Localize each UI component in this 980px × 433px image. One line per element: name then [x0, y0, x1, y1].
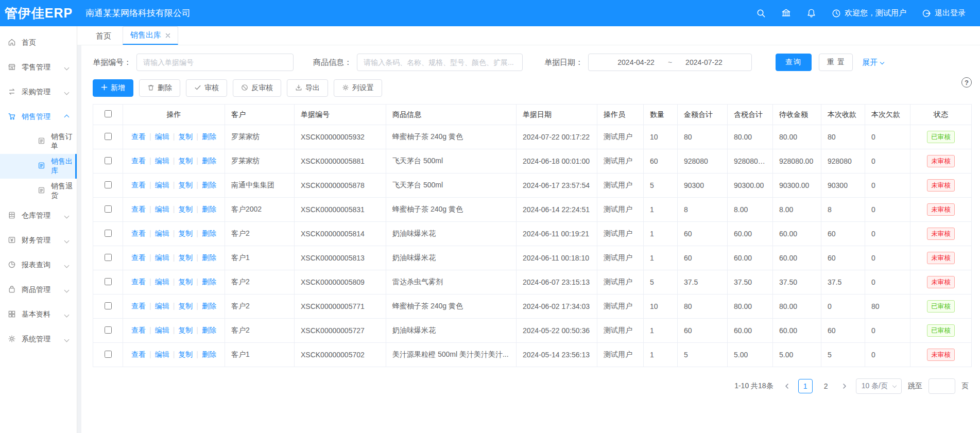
row-checkbox[interactable]: [105, 205, 112, 213]
sidebar-item-purchase[interactable]: 采购管理: [0, 80, 77, 105]
copy-link[interactable]: 复制: [178, 132, 193, 141]
delete-link[interactable]: 删除: [202, 278, 216, 286]
bank-icon[interactable]: [781, 8, 791, 18]
col-header-operator: 操作员: [597, 105, 644, 125]
page-button-1[interactable]: 1: [798, 379, 813, 393]
row-checkbox[interactable]: [105, 278, 112, 285]
help-icon[interactable]: ?: [961, 77, 972, 88]
bell-icon[interactable]: [806, 8, 816, 18]
sidebar-item-sales-outbound[interactable]: 销售出库: [0, 154, 77, 179]
delete-link[interactable]: 删除: [202, 157, 216, 165]
sidebar-item-warehouse[interactable]: 仓库管理: [0, 203, 77, 228]
row-checkbox[interactable]: [105, 351, 112, 358]
view-link[interactable]: 查看: [131, 181, 146, 189]
row-actions: 查看|编辑|复制|删除: [123, 246, 225, 270]
jump-page-input[interactable]: [929, 378, 955, 394]
view-link[interactable]: 查看: [131, 350, 146, 358]
tab-home[interactable]: 首页: [89, 28, 118, 45]
view-link[interactable]: 查看: [131, 229, 146, 237]
copy-link[interactable]: 复制: [178, 326, 193, 334]
row-checkbox[interactable]: [105, 133, 112, 140]
view-link[interactable]: 查看: [131, 157, 146, 165]
row-checkbox[interactable]: [105, 254, 112, 261]
delete-link[interactable]: 删除: [202, 229, 216, 237]
sidebar-item-sales-order[interactable]: 销售订单: [0, 129, 77, 154]
copy-link[interactable]: 复制: [178, 278, 193, 286]
edit-link[interactable]: 编辑: [155, 326, 169, 334]
row-checkbox[interactable]: [105, 181, 112, 188]
query-button[interactable]: 查询: [776, 54, 812, 71]
copy-link[interactable]: 复制: [178, 157, 193, 165]
date-end[interactable]: 2024-07-22: [685, 58, 723, 66]
date-range-picker[interactable]: 2024-04-22 ~ 2024-07-22: [588, 54, 752, 71]
page-size-select[interactable]: 10 条/页: [856, 378, 902, 394]
delete-link[interactable]: 删除: [202, 132, 216, 141]
edit-link[interactable]: 编辑: [155, 132, 169, 141]
view-link[interactable]: 查看: [131, 205, 146, 213]
audit-button[interactable]: 审核: [186, 79, 227, 97]
logout-button[interactable]: 退出登录: [922, 8, 966, 18]
delete-link[interactable]: 删除: [202, 326, 216, 334]
delete-link[interactable]: 删除: [202, 302, 216, 310]
edit-link[interactable]: 编辑: [155, 157, 169, 165]
edit-link[interactable]: 编辑: [155, 350, 169, 358]
product-info-input[interactable]: [357, 54, 523, 71]
export-button[interactable]: 导出: [287, 79, 328, 97]
add-button[interactable]: 新增: [93, 79, 133, 97]
sidebar-item-basic-data[interactable]: 基本资料: [0, 302, 77, 327]
unaudit-button[interactable]: 反审核: [233, 79, 281, 97]
row-checkbox[interactable]: [105, 157, 112, 164]
edit-link[interactable]: 编辑: [155, 302, 169, 310]
edit-link[interactable]: 编辑: [155, 205, 169, 213]
tab-sales-outbound[interactable]: 销售出库: [123, 26, 178, 45]
row-checkbox[interactable]: [105, 302, 112, 309]
sidebar-item-home[interactable]: 首页: [0, 30, 77, 55]
date-start[interactable]: 2024-04-22: [617, 58, 655, 66]
next-page-button[interactable]: [839, 383, 850, 389]
edit-link[interactable]: 编辑: [155, 229, 169, 237]
expand-filters-link[interactable]: 展开: [862, 58, 884, 67]
delete-link[interactable]: 删除: [202, 181, 216, 189]
delete-link[interactable]: 删除: [202, 253, 216, 262]
row-checkbox[interactable]: [105, 326, 112, 334]
select-all-checkbox[interactable]: [105, 110, 112, 117]
copy-link[interactable]: 复制: [178, 302, 193, 310]
copy-link[interactable]: 复制: [178, 350, 193, 358]
bill-no-input[interactable]: [136, 54, 294, 71]
edit-link[interactable]: 编辑: [155, 278, 169, 286]
sidebar-item-label: 销售出库: [51, 157, 77, 176]
page-button-2[interactable]: 2: [819, 379, 833, 393]
jump-suffix: 页: [961, 382, 969, 391]
column-settings-button[interactable]: 列设置: [334, 79, 382, 97]
view-link[interactable]: 查看: [131, 278, 146, 286]
reset-button[interactable]: 重置: [819, 54, 853, 71]
cell-receivable: 60.00: [773, 222, 821, 246]
sidebar-item-system[interactable]: 系统管理: [0, 327, 77, 352]
sidebar-item-sales[interactable]: 销售管理: [0, 105, 77, 129]
view-link[interactable]: 查看: [131, 302, 146, 310]
copy-link[interactable]: 复制: [178, 181, 193, 189]
sidebar-item-finance[interactable]: 财务管理: [0, 228, 77, 253]
prev-page-button[interactable]: [782, 383, 792, 389]
view-link[interactable]: 查看: [131, 132, 146, 141]
search-icon[interactable]: [756, 8, 766, 18]
delete-button[interactable]: 删除: [139, 79, 180, 97]
copy-link[interactable]: 复制: [178, 253, 193, 262]
view-link[interactable]: 查看: [131, 326, 146, 334]
edit-link[interactable]: 编辑: [155, 253, 169, 262]
welcome-user[interactable]: 欢迎您，测试用户: [832, 8, 906, 18]
view-link[interactable]: 查看: [131, 253, 146, 262]
sidebar-item-retail[interactable]: 零售管理: [0, 55, 77, 80]
copy-link[interactable]: 复制: [178, 229, 193, 237]
row-checkbox[interactable]: [105, 230, 112, 237]
plus-icon: [101, 84, 108, 92]
sidebar-item-reports[interactable]: 报表查询: [0, 253, 77, 278]
sidebar-item-sales-return[interactable]: 销售退货: [0, 179, 77, 203]
delete-link[interactable]: 删除: [202, 205, 216, 213]
delete-link[interactable]: 删除: [202, 350, 216, 358]
sidebar-item-products[interactable]: 商品管理: [0, 278, 77, 302]
close-icon[interactable]: [165, 33, 170, 38]
edit-link[interactable]: 编辑: [155, 181, 169, 189]
copy-link[interactable]: 复制: [178, 205, 193, 213]
cell-receivable: 90300.00: [773, 174, 821, 198]
